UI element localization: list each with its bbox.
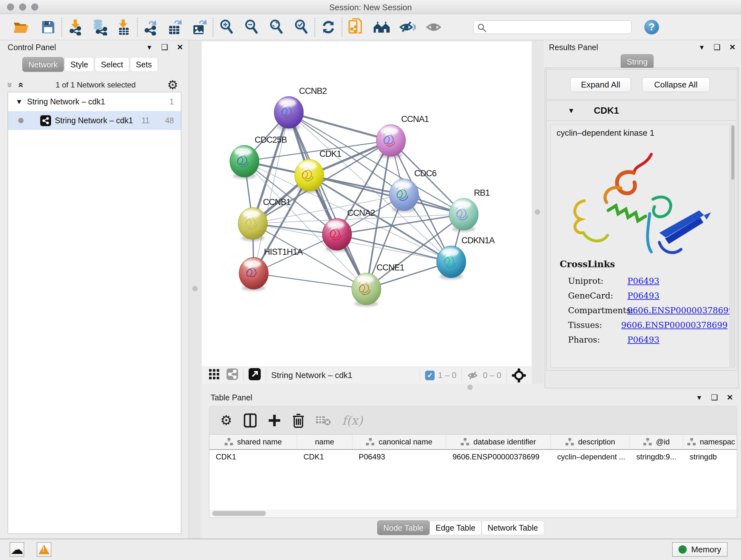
network-row[interactable]: String Network – cdk1 11 48 (8, 111, 181, 130)
memory-button[interactable]: Memory (672, 542, 728, 557)
open-file-icon[interactable] (13, 18, 30, 36)
network-view-canvas[interactable]: CCNB2CCNA1CDC25BCDK1CDC6RB1CCNB1CCNA2CDK… (202, 42, 532, 367)
tab-edge-table[interactable]: Edge Table (429, 520, 482, 535)
refresh-icon[interactable] (320, 18, 337, 36)
table-horizontal-scrollbar[interactable] (210, 509, 737, 517)
network-node-rb1[interactable]: RB1 (449, 188, 490, 232)
tab-sets[interactable]: Sets (130, 57, 158, 72)
selected-items-checkbox[interactable]: ✓ (425, 371, 434, 380)
network-share-icon[interactable] (226, 368, 238, 382)
crosslink-link[interactable]: P06493 (627, 276, 659, 286)
zoom-selected-icon[interactable] (293, 18, 310, 36)
zoom-fit-icon[interactable] (268, 18, 285, 36)
tab-network-table[interactable]: Network Table (482, 520, 544, 535)
expand-tree-icon[interactable]: » (5, 82, 15, 88)
export-table-icon[interactable] (166, 18, 184, 36)
crosslink-row: Uniprot:P06493 (568, 273, 728, 288)
save-session-icon[interactable] (40, 18, 57, 36)
scrollbar-thumb[interactable] (731, 125, 734, 180)
table-options-gear-icon[interactable]: ⚙ (220, 414, 232, 427)
table-cell[interactable]: stringdb (683, 452, 737, 461)
expand-all-button[interactable]: Expand All (570, 77, 631, 92)
column-header-database-identifier[interactable]: database identifier (446, 435, 551, 449)
birdseye-grid-icon[interactable] (209, 369, 219, 382)
column-header-namespac[interactable]: namespac (683, 435, 737, 449)
network-collection-row[interactable]: ▼ String Network – cdk1 1 (8, 92, 181, 111)
table-cell[interactable]: CDK1 (297, 452, 352, 461)
search-input[interactable] (473, 20, 631, 34)
network-node-ccne1[interactable]: CCNE1 (352, 263, 404, 307)
crosslink-link[interactable]: 9606.ENSP00000378699 (621, 320, 728, 330)
splitter-handle[interactable] (192, 286, 198, 291)
panel-menu-icon[interactable]: ▾ (695, 393, 703, 402)
export-network-icon[interactable] (142, 18, 159, 36)
show-columns-icon[interactable] (244, 414, 257, 428)
crosslink-link[interactable]: P06493 (627, 291, 659, 300)
network-node-hist1h1a[interactable]: HIST1H1A (239, 247, 303, 291)
table-cell[interactable]: cyclin–dependent ... (551, 452, 630, 461)
export-image-icon[interactable] (191, 18, 208, 36)
warnings-button[interactable] (37, 542, 51, 557)
clone-network-icon[interactable] (347, 18, 364, 36)
right-splitter[interactable] (532, 40, 543, 390)
network-node-cdk1[interactable]: CDK1 (294, 149, 341, 193)
cloud-status-button[interactable]: ☁ (10, 542, 24, 557)
column-header-name[interactable]: name (297, 435, 352, 449)
crosslink-link[interactable]: 9606.ENSP00000378699 (627, 306, 730, 315)
splitter-handle[interactable] (468, 385, 473, 390)
collapse-all-button[interactable]: Collapse All (642, 77, 710, 92)
gene-collapse-icon[interactable]: ▼ (568, 107, 575, 115)
panel-float-icon[interactable]: ❑ (160, 43, 169, 52)
import-network-from-file-icon[interactable] (67, 18, 84, 36)
network-edge[interactable] (337, 234, 451, 262)
collapse-tree-icon[interactable]: « (17, 82, 26, 88)
delete-table-icon[interactable] (316, 415, 331, 426)
tab-node-table[interactable]: Node Table (377, 520, 429, 535)
node-table-data-row[interactable]: CDK1CDK1P064939606.ENSP00000378699cyclin… (209, 450, 737, 464)
column-header-shared-name[interactable]: shared name (209, 435, 297, 449)
first-neighbors-icon[interactable] (373, 18, 390, 36)
network-options-gear-icon[interactable]: ⚙ (167, 79, 178, 91)
tab-style[interactable]: Style (64, 57, 94, 72)
import-table-from-file-icon[interactable] (115, 18, 132, 36)
birdseye-toggle-icon[interactable] (512, 368, 526, 382)
collection-expand-icon[interactable]: ▼ (16, 98, 23, 106)
zoom-out-icon[interactable] (243, 18, 260, 36)
panel-menu-icon[interactable]: ▾ (697, 43, 706, 52)
network-node-cdkn1a[interactable]: CDKN1A (436, 236, 495, 279)
results-scrollbar[interactable] (731, 125, 735, 368)
network-edge[interactable] (254, 273, 366, 289)
left-splitter[interactable] (189, 40, 202, 539)
table-cell[interactable]: stringdb:9... (630, 452, 683, 461)
hidden-items-icon[interactable] (467, 370, 480, 381)
tab-network[interactable]: Network (22, 57, 64, 72)
panel-close-icon[interactable]: ✕ (726, 393, 734, 402)
hide-selected-icon[interactable] (399, 18, 416, 36)
tab-select[interactable]: Select (95, 57, 129, 72)
column-header-canonical-name[interactable]: canonical name (352, 435, 446, 449)
table-cell[interactable]: P06493 (352, 452, 446, 461)
network-node-ccnb1[interactable]: CCNB1 (238, 197, 291, 241)
scrollbar-thumb[interactable] (212, 511, 266, 516)
function-builder-icon[interactable]: f(x) (342, 414, 363, 428)
open-in-new-window-icon[interactable] (249, 368, 261, 382)
network-edge[interactable] (289, 112, 366, 289)
column-header--id[interactable]: @id (630, 435, 683, 449)
crosslink-link[interactable]: P06493 (627, 335, 659, 345)
splitter-handle[interactable] (535, 209, 540, 214)
panel-float-icon[interactable]: ❑ (713, 43, 721, 52)
tab-string[interactable]: String (621, 54, 654, 69)
panel-float-icon[interactable]: ❑ (711, 393, 719, 402)
panel-close-icon[interactable]: ✕ (728, 43, 737, 52)
create-column-icon[interactable] (268, 414, 281, 427)
table-cell[interactable]: 9606.ENSP00000378699 (446, 452, 551, 461)
delete-column-icon[interactable] (292, 413, 305, 428)
panel-close-icon[interactable]: ✕ (176, 43, 184, 52)
help-button[interactable]: ? (644, 20, 659, 35)
column-header-description[interactable]: description (551, 435, 630, 449)
zoom-in-icon[interactable] (218, 18, 235, 36)
panel-menu-icon[interactable]: ▾ (145, 43, 153, 52)
import-network-from-database-icon[interactable] (91, 18, 108, 36)
show-all-icon[interactable] (425, 18, 443, 36)
table-cell[interactable]: CDK1 (209, 452, 297, 461)
